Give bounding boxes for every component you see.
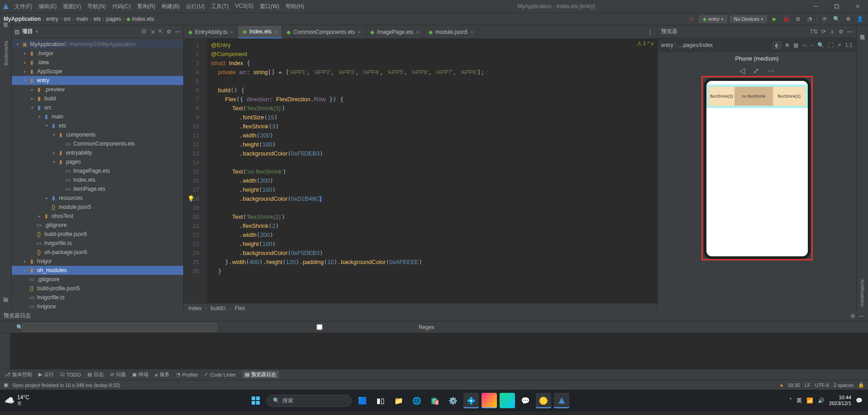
bottom-tool-9[interactable]: ▤预览器日志 xyxy=(242,371,279,378)
status-encoding[interactable]: UTF-8 xyxy=(815,382,829,388)
status-readonly-icon[interactable]: 🔒 xyxy=(858,382,864,388)
crumb[interactable]: pages xyxy=(106,16,121,22)
log-hide-icon[interactable]: — xyxy=(859,313,864,319)
collapse-icon[interactable]: ⇱ xyxy=(158,28,163,35)
tree-item[interactable]: ▭Index.ets xyxy=(12,175,183,184)
close-tab-icon[interactable]: × xyxy=(274,29,277,34)
locate-icon[interactable]: ⦿ xyxy=(141,28,147,35)
close-tab-icon[interactable]: × xyxy=(358,29,360,35)
bottom-tool-1[interactable]: ▶运行 xyxy=(38,371,54,378)
tree-item[interactable]: ▸▮entryability xyxy=(12,148,183,157)
hide-preview-icon[interactable]: — xyxy=(847,28,853,35)
tree-item[interactable]: ▭hvigorw xyxy=(12,302,183,311)
menu-item[interactable]: 代码(C) xyxy=(110,3,134,10)
orientation-icon[interactable]: ◐ xyxy=(773,42,781,49)
gutter-previewer[interactable]: 预览器 xyxy=(859,28,866,33)
menu-item[interactable]: 文件(F) xyxy=(12,3,35,10)
gutter-notifications[interactable]: Notifications xyxy=(860,277,865,309)
tree-item[interactable]: ▭hvigorfile.ts xyxy=(12,239,183,248)
text-icon[interactable]: T⇅ xyxy=(810,28,818,35)
status-indent[interactable]: 2 spaces xyxy=(834,382,854,388)
run-config-selector[interactable]: ◆entry▾ xyxy=(699,15,727,23)
grid-icon[interactable]: ▦ xyxy=(793,42,798,48)
menu-item[interactable]: 帮助(H) xyxy=(283,3,307,10)
sync-icon[interactable]: ⟳ xyxy=(820,14,829,24)
editor-tab[interactable]: ◆Index.ets× xyxy=(238,26,282,38)
tree-item[interactable]: {}build-profile.json5 xyxy=(12,230,183,239)
phone-rotate-icon[interactable]: ⤢ xyxy=(753,66,759,75)
tree-item[interactable]: ▾▣MyApplication E:\HarmonyOS\MyApplicati… xyxy=(12,40,183,49)
external-icon[interactable]: ↗ xyxy=(837,42,841,48)
taskbar-copilot-icon[interactable]: 🟦 xyxy=(355,393,370,408)
taskbar-weather[interactable]: ☁️ 14°C 雾 xyxy=(0,394,34,407)
zoom-in-icon[interactable]: 🔍 xyxy=(817,42,824,48)
tree-item[interactable]: ▾▮pages xyxy=(12,157,183,166)
tree-item[interactable]: ▭CommonComponents.ets xyxy=(12,139,183,148)
status-notify-icon[interactable]: ● xyxy=(780,382,783,388)
tree-item[interactable]: {}build-profile.json5 xyxy=(12,284,183,293)
stop-icon[interactable] xyxy=(687,14,696,24)
ruler-icon[interactable]: ▭ xyxy=(802,42,807,48)
tree-item[interactable]: {}module.json5 xyxy=(12,203,183,212)
tree-item[interactable]: ▸▮.preview xyxy=(12,85,183,94)
close-tab-icon[interactable]: × xyxy=(230,29,233,35)
code-editor[interactable]: @Entry @Component struct Index { private… xyxy=(207,39,657,303)
taskbar-settings-icon[interactable]: ⚙️ xyxy=(445,393,461,408)
bottom-tool-0[interactable]: ⎇版本控制 xyxy=(5,371,32,378)
tray-ime-icon[interactable]: 英 xyxy=(796,397,802,405)
crumb[interactable]: ets xyxy=(94,16,101,22)
log-output[interactable] xyxy=(10,333,868,369)
avatar-icon[interactable]: 👤 xyxy=(855,14,864,24)
menu-item[interactable]: 编辑(E) xyxy=(36,3,59,10)
close-button[interactable] xyxy=(847,0,868,13)
taskbar-edge-icon[interactable]: 🌐 xyxy=(409,393,424,408)
gutter-project[interactable]: 项目 xyxy=(2,28,9,33)
bottom-tool-2[interactable]: ☑TODO xyxy=(60,372,81,377)
debug-icon[interactable]: 🐞 xyxy=(782,14,791,24)
taskbar-wechat-icon[interactable]: 💬 xyxy=(518,393,533,408)
gutter-structure[interactable]: 结构 xyxy=(2,304,9,309)
tree-item[interactable]: ▾▮src xyxy=(12,103,183,112)
tree-item[interactable]: ▸▮resources xyxy=(12,193,183,203)
log-search-input[interactable] xyxy=(22,323,217,332)
preview-settings-icon[interactable]: ⚙ xyxy=(839,28,844,35)
zoom-out-icon[interactable]: − xyxy=(811,42,814,48)
taskbar-vscode-icon[interactable]: 💠 xyxy=(463,393,479,408)
phone-back-icon[interactable]: ◁ xyxy=(739,66,745,75)
search-icon[interactable]: 🔍 xyxy=(832,14,841,24)
menu-item[interactable]: 重构(R) xyxy=(134,3,158,10)
tray-chevron-icon[interactable]: ˄ xyxy=(789,397,792,404)
fit-icon[interactable]: ⛶ xyxy=(828,42,833,48)
tree-item[interactable]: ▾▮main xyxy=(12,112,183,121)
bottom-tool-8[interactable]: ✓Code Linter xyxy=(204,372,236,377)
tree-item[interactable]: ▭.gitignore xyxy=(12,221,183,230)
regex-checkbox[interactable]: Regex xyxy=(222,324,434,330)
menu-item[interactable]: 视图(V) xyxy=(60,3,84,10)
crumb[interactable]: MyApplication xyxy=(4,16,41,22)
editor-tab[interactable]: ◆EntryAbility.ts× xyxy=(184,26,238,38)
editor-tab[interactable]: ◆module.json5× xyxy=(424,26,478,38)
crumb[interactable]: entry xyxy=(46,16,58,22)
maximize-button[interactable] xyxy=(826,0,847,13)
taskbar-pycharm-icon[interactable] xyxy=(500,393,515,408)
tree-item[interactable]: ▾▮ets xyxy=(12,121,183,130)
device-selector[interactable]: No Devices▾ xyxy=(730,15,767,23)
phone-more-icon[interactable]: ⋯ xyxy=(767,66,774,75)
menu-item[interactable]: 窗口(W) xyxy=(257,3,282,10)
panel-settings-icon[interactable]: ⚙ xyxy=(167,28,172,35)
coverage-icon[interactable]: ⧉ xyxy=(793,14,802,24)
inspection-badge[interactable]: ⚠ 1 ^ v xyxy=(637,41,653,47)
bottom-tool-6[interactable]: ⎈服务 xyxy=(155,371,170,378)
run-icon[interactable]: ▶ xyxy=(770,14,779,24)
bottom-tool-7[interactable]: ◔Profiler xyxy=(176,372,198,377)
tree-item[interactable]: ▸▮build xyxy=(12,94,183,103)
taskbar-clock[interactable]: 10:44 2023/12/1 xyxy=(829,395,851,406)
tree-item[interactable]: ▭hvigorfile.ts xyxy=(12,293,183,302)
system-tray[interactable]: ˄ 英 📶 🔊 10:44 2023/12/1 💬 xyxy=(784,395,868,406)
minimize-button[interactable] xyxy=(806,0,826,13)
tree-item[interactable]: ▸▮AppScope xyxy=(12,67,183,76)
gutter-bookmarks[interactable]: Bookmarks xyxy=(3,38,9,68)
project-tree[interactable]: ▾▣MyApplication E:\HarmonyOS\MyApplicati… xyxy=(12,38,183,313)
taskbar-explorer-icon[interactable]: 📁 xyxy=(391,393,406,408)
menu-item[interactable]: 工具(T) xyxy=(208,3,231,10)
